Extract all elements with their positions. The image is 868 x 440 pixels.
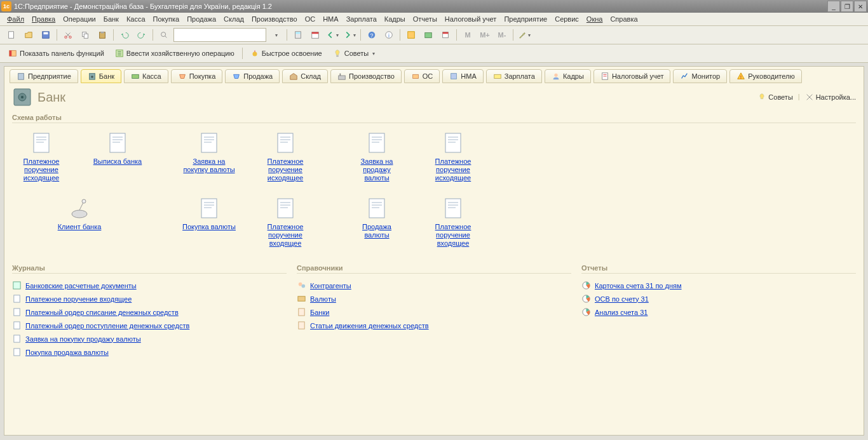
menu-cash[interactable]: Касса (123, 14, 149, 24)
back-button[interactable]: ▾ (325, 27, 340, 43)
settings-link[interactable]: Настройка... (805, 93, 856, 102)
tab-manager[interactable]: !Руководителю (729, 69, 801, 83)
tab-monitor[interactable]: Монитор (673, 69, 727, 83)
menu-bank[interactable]: Банк (100, 14, 122, 24)
search-dropdown[interactable]: ▾ (268, 27, 283, 43)
menu-operations[interactable]: Операции (60, 14, 98, 24)
menu-production[interactable]: Производство (248, 14, 301, 24)
cut-button[interactable] (60, 27, 76, 43)
tab-tax[interactable]: Налоговый учет (593, 69, 671, 83)
tab-enterprise[interactable]: Предприятие (10, 69, 78, 83)
ref-item[interactable]: Статьи движения денежных средств (297, 319, 571, 332)
paste-button[interactable] (95, 27, 110, 43)
menu-stock[interactable]: Склад (220, 14, 247, 24)
menu-sale[interactable]: Продажа (184, 14, 219, 24)
tab-production[interactable]: Производство (330, 69, 402, 83)
menu-service[interactable]: Сервис (552, 14, 582, 24)
journal-item[interactable]: Платежный ордер поступление денежных сре… (12, 319, 287, 332)
copy-button[interactable] (78, 27, 93, 43)
svg-text:?: ? (370, 32, 374, 39)
ref-item[interactable]: Контрагенты (297, 279, 571, 292)
m-plus-button[interactable]: M+ (477, 27, 492, 43)
schema-payment-in-2[interactable]: Платежное поручение входящее (426, 197, 480, 248)
tool-a-button[interactable] (403, 27, 419, 43)
restore-button[interactable]: ❐ (841, 1, 853, 12)
svg-rect-54 (13, 282, 20, 289)
tab-cash[interactable]: Касса (124, 69, 168, 83)
redo-button[interactable] (134, 27, 149, 43)
reports-title: Отчеты (581, 263, 856, 274)
quick-start-button[interactable]: Быстрое освоение (246, 46, 327, 61)
save-button[interactable] (38, 27, 53, 43)
journal-item[interactable]: Платежное поручение входящее (12, 292, 287, 305)
menu-enterprise[interactable]: Предприятие (501, 14, 550, 24)
help-button[interactable]: ? (364, 27, 379, 43)
m-button[interactable]: M (460, 27, 475, 43)
tab-warehouse[interactable]: Склад (282, 69, 328, 83)
journal-item[interactable]: Банковские расчетные документы (12, 279, 287, 292)
calendar-button[interactable] (308, 27, 323, 43)
info-button[interactable]: i (381, 27, 397, 43)
svg-rect-26 (336, 56, 339, 57)
schema-buy-request[interactable]: Заявка на покупку валюты (182, 132, 236, 174)
journal-item[interactable]: Покупка продажа валюты (12, 345, 287, 359)
menu-nma[interactable]: НМА (320, 14, 341, 24)
tab-os[interactable]: ОС (404, 69, 440, 83)
function-tabs: Предприятие Банк Касса Покупка Продажа С… (4, 67, 864, 83)
show-panel-button[interactable]: Показать панель функций (4, 46, 109, 61)
schema-payment-in[interactable]: Платежное поручение входящее (259, 197, 312, 248)
schema-buy-currency[interactable]: Покупка валюты (182, 197, 236, 231)
journals-column: Журналы Банковские расчетные документы П… (12, 263, 287, 359)
schema-sell-request[interactable]: Заявка на продажу валюты (350, 132, 403, 182)
menu-edit[interactable]: Правка (29, 14, 58, 24)
schema-sell-currency[interactable]: Продажа валюты (350, 197, 403, 239)
reports-column: Отчеты Карточка счета 31 по дням ОСВ по … (581, 263, 856, 359)
schema-payment-out[interactable]: Платежное поручение исходящее (15, 132, 68, 182)
tips-label: Советы (344, 50, 369, 57)
schema-statement[interactable]: Выписка банка (91, 132, 144, 166)
minimize-button[interactable]: _ (827, 1, 840, 12)
menu-os[interactable]: ОС (302, 14, 319, 24)
calc-button[interactable] (290, 27, 306, 43)
tips-link[interactable]: Советы (757, 93, 792, 102)
tool-c-button[interactable] (438, 27, 453, 43)
tool-b-button[interactable] (421, 27, 436, 43)
tab-salary[interactable]: Зарплата (486, 69, 542, 83)
new-button[interactable] (4, 27, 19, 43)
undo-button[interactable] (117, 27, 132, 43)
forward-button[interactable]: ▾ (342, 27, 357, 43)
ref-item[interactable]: Банки (297, 305, 571, 319)
open-button[interactable] (21, 27, 36, 43)
menu-salary[interactable]: Зарплата (343, 14, 380, 24)
menu-tax[interactable]: Налоговый учет (442, 14, 500, 24)
tips-button[interactable]: Советы ▾ (329, 46, 379, 61)
wrench-button[interactable]: ▾ (517, 27, 532, 43)
journal-item[interactable]: Заявка на покупку продажу валюты (12, 332, 287, 345)
tab-bank[interactable]: Банк (81, 69, 121, 83)
menu-file[interactable]: Файл (4, 14, 27, 24)
menu-reports[interactable]: Отчеты (410, 14, 440, 24)
find-button[interactable] (156, 27, 172, 43)
svg-rect-23 (10, 51, 12, 57)
menu-windows[interactable]: Окна (583, 14, 606, 24)
close-button[interactable]: ✕ (854, 1, 867, 12)
tab-hr[interactable]: Кадры (545, 69, 591, 83)
svg-rect-51 (445, 133, 461, 152)
schema-payment-out-3[interactable]: Платежное поручение исходящее (426, 132, 480, 182)
manual-op-button[interactable]: Ввести хозяйственную операцию (111, 46, 239, 61)
journal-item[interactable]: Платежный ордер списание денежных средст… (12, 305, 287, 319)
schema-client-bank[interactable]: Клиент банка (53, 197, 106, 231)
ref-item[interactable]: Валюты (297, 292, 571, 305)
m-minus-button[interactable]: M- (494, 27, 510, 43)
tab-purchase[interactable]: Покупка (171, 69, 223, 83)
report-item[interactable]: Карточка счета 31 по дням (581, 279, 856, 292)
report-item[interactable]: Анализ счета 31 (581, 305, 856, 319)
search-input[interactable] (173, 28, 266, 42)
menu-help[interactable]: Справка (607, 14, 641, 24)
menu-purchase[interactable]: Покупка (150, 14, 183, 24)
report-item[interactable]: ОСВ по счету 31 (581, 292, 856, 305)
tab-nma[interactable]: НМА (442, 69, 483, 83)
menu-hr[interactable]: Кадры (381, 14, 409, 24)
schema-payment-out-2[interactable]: Платежное поручение исходящее (259, 132, 312, 182)
tab-sale[interactable]: Продажа (225, 69, 280, 83)
